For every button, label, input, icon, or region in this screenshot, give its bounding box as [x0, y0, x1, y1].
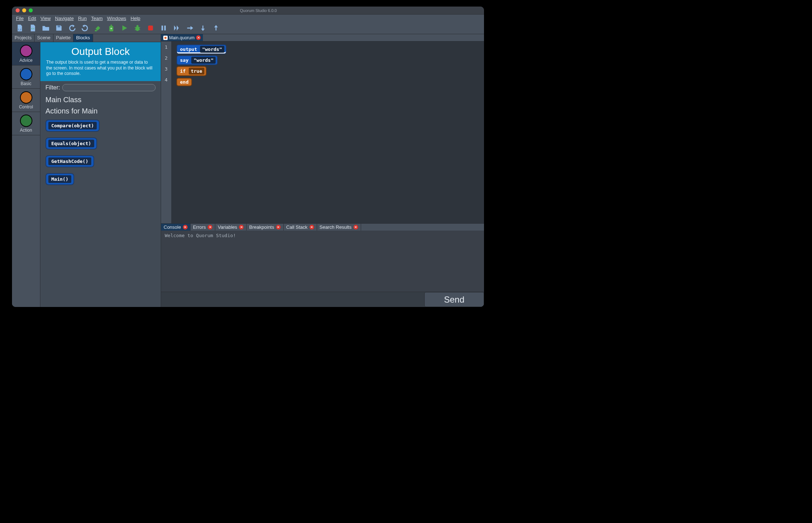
left-panel: ProjectsScenePaletteBlocks AdviceBasicCo… [12, 34, 161, 307]
send-button[interactable]: Send [424, 292, 484, 307]
bottom-tab-call-stack[interactable]: Call Stack✕ [284, 224, 317, 231]
menu-edit[interactable]: Edit [26, 15, 38, 21]
block-keyword: say [179, 57, 190, 63]
toolbar: P<>+ [12, 22, 484, 34]
bottom-tab-label: Search Results [320, 224, 352, 230]
menu-file[interactable]: File [14, 15, 25, 21]
code-block[interactable]: output"words" [176, 44, 227, 54]
action-block[interactable]: GetHashCode() [45, 155, 94, 167]
svg-point-8 [136, 26, 140, 31]
svg-point-14 [164, 37, 167, 39]
save-icon[interactable] [54, 23, 64, 33]
left-body: AdviceBasicControlAction Output Block Th… [12, 42, 161, 307]
pause-icon[interactable] [159, 23, 168, 33]
close-icon[interactable] [16, 8, 20, 12]
category-label: Basic [21, 81, 31, 86]
editor[interactable]: 1234 output"words"say"words"iftrueend [161, 41, 484, 223]
bottom-tab-errors[interactable]: Errors✕ [191, 224, 215, 231]
action-block-label: Equals(object) [48, 140, 94, 147]
editor-tab[interactable]: Main.quorum ✕ [161, 34, 203, 41]
bottom-tab-variables[interactable]: Variables✕ [215, 224, 247, 231]
block-slot[interactable]: "words" [200, 46, 224, 53]
redo-icon[interactable] [80, 23, 90, 33]
bottom-tab-breakpoints[interactable]: Breakpoints✕ [247, 224, 284, 231]
action-block[interactable]: Equals(object) [45, 137, 97, 149]
action-block-label: GetHashCode() [48, 157, 91, 165]
bottom-tab-label: Call Stack [286, 224, 308, 230]
line-number: 4 [161, 77, 171, 88]
category-action[interactable]: Action [12, 112, 40, 135]
block-categories: AdviceBasicControlAction [12, 42, 40, 307]
editor-tab-label: Main.quorum [169, 35, 195, 40]
category-control[interactable]: Control [12, 89, 40, 112]
block-canvas[interactable]: output"words"say"words"iftrueend [171, 41, 484, 223]
code-block[interactable]: end [176, 78, 192, 86]
block-palette: Output Block The output block is used to… [40, 42, 161, 307]
filter-label: Filter: [45, 84, 60, 91]
close-tab-icon[interactable]: ✕ [276, 225, 281, 229]
bottom-tab-console[interactable]: Console✕ [161, 224, 191, 231]
close-tab-icon[interactable]: ✕ [208, 225, 212, 229]
maximize-icon[interactable] [29, 8, 33, 12]
app-window: Quorum Studio 6.0.0 FileEditViewNavigate… [12, 7, 484, 307]
undo-icon[interactable] [67, 23, 77, 33]
build-icon[interactable] [93, 23, 103, 33]
bottom-tab-search-results[interactable]: Search Results✕ [317, 224, 361, 231]
new-project-icon[interactable]: P [15, 23, 24, 33]
menu-team[interactable]: Team [89, 15, 104, 21]
section-main-class: Main Class [40, 94, 161, 105]
clean-build-icon[interactable]: + [107, 23, 116, 33]
run-icon[interactable] [120, 23, 129, 33]
block-row: output"words" [176, 44, 479, 55]
left-tab-blocks[interactable]: Blocks [73, 34, 93, 42]
action-block[interactable]: Main() [45, 173, 74, 185]
line-number: 3 [161, 66, 171, 77]
step-over-icon[interactable] [172, 23, 181, 33]
new-file-icon[interactable]: <> [28, 23, 37, 33]
category-dot-icon [20, 115, 32, 127]
close-tab-icon[interactable]: ✕ [309, 225, 314, 229]
category-label: Advice [19, 58, 32, 63]
menu-navigate[interactable]: Navigate [53, 15, 75, 21]
category-advice[interactable]: Advice [12, 42, 40, 65]
filter-input[interactable] [62, 84, 156, 91]
window-controls [12, 8, 33, 12]
editor-tabs: Main.quorum ✕ [161, 34, 484, 41]
action-block-label: Main() [48, 175, 71, 183]
open-folder-icon[interactable] [41, 23, 51, 33]
menu-view[interactable]: View [39, 15, 52, 21]
line-gutter: 1234 [161, 41, 171, 223]
left-tab-palette[interactable]: Palette [53, 34, 73, 42]
block-row: iftrue [176, 65, 479, 76]
left-tab-projects[interactable]: Projects [12, 34, 35, 42]
action-block[interactable]: Compare(object) [45, 120, 100, 132]
step-out-icon[interactable] [211, 23, 221, 33]
block-slot[interactable]: "words" [191, 57, 216, 64]
menu-run[interactable]: Run [76, 15, 89, 21]
bottom-tab-label: Console [164, 224, 181, 230]
menu-windows[interactable]: Windows [105, 15, 128, 21]
svg-text:P: P [19, 28, 20, 30]
close-tab-icon[interactable]: ✕ [353, 225, 358, 229]
svg-rect-12 [164, 25, 166, 30]
block-row: say"words" [176, 55, 479, 65]
svg-text:<>: <> [31, 27, 35, 30]
block-slot[interactable]: true [189, 68, 204, 75]
menu-help[interactable]: Help [129, 15, 142, 21]
block-info-description: The output block is used to get a messag… [46, 60, 155, 77]
stop-icon[interactable] [146, 23, 155, 33]
code-block[interactable]: say"words" [176, 55, 218, 65]
svg-rect-3 [57, 25, 60, 27]
step-into-icon[interactable] [185, 23, 195, 33]
close-tab-icon[interactable]: ✕ [183, 225, 188, 229]
step-down-icon[interactable] [198, 23, 208, 33]
window-title: Quorum Studio 6.0.0 [33, 8, 484, 13]
category-basic[interactable]: Basic [12, 65, 40, 89]
close-tab-icon[interactable]: ✕ [196, 35, 201, 40]
code-block[interactable]: iftrue [176, 66, 207, 76]
close-tab-icon[interactable]: ✕ [239, 225, 244, 229]
left-tab-scene[interactable]: Scene [35, 34, 53, 42]
debug-icon[interactable] [133, 23, 142, 33]
console-line: Welcome to Quorum Studio! [165, 233, 236, 238]
minimize-icon[interactable] [22, 8, 26, 12]
